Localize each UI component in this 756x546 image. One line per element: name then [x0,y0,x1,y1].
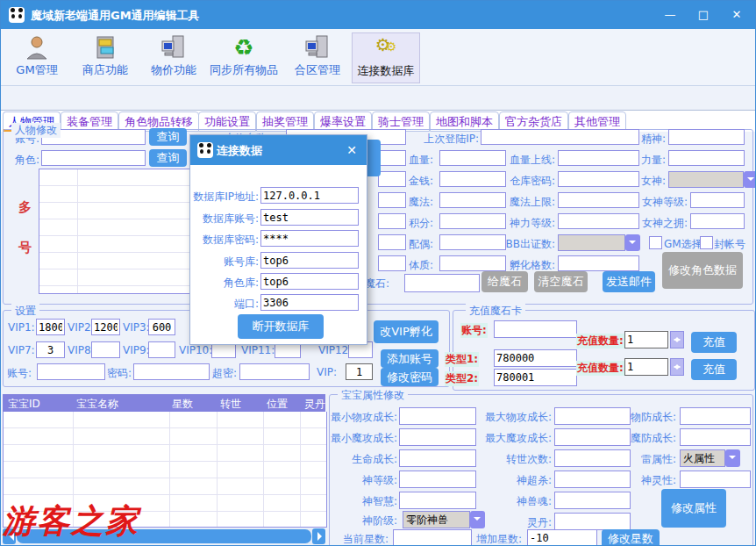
goddess-dropdown-arrow-icon[interactable] [744,171,756,188]
goddess-lv-input[interactable] [690,192,745,208]
account-query-button[interactable]: 查询 [149,128,187,146]
db-ip-input[interactable] [260,187,359,204]
set-account-input[interactable] [37,363,105,380]
mdef-input[interactable] [680,428,751,446]
give-stone-button[interactable]: 给魔石 [481,271,528,292]
god-wis-label: 神智慧: [324,494,397,509]
ban-account-checkbox[interactable] [700,236,713,249]
add-account-button[interactable]: 添加账号 [381,349,439,368]
qty1-spinner[interactable] [670,331,684,348]
disconnect-db-button[interactable]: 断开数据库 [238,314,324,339]
elixir-input[interactable] [554,513,631,530]
hatch-input[interactable] [558,255,639,271]
role-query-button[interactable]: 查询 [149,149,187,167]
qty1-input[interactable] [624,331,668,348]
scroll-left-icon[interactable] [3,528,16,544]
pet-table-body[interactable] [3,412,327,528]
change-password-button[interactable]: 修改密码 [381,368,439,386]
change-vip-hatch-button[interactable]: 改VIP孵化 [374,320,439,343]
power-input[interactable] [668,150,745,166]
god-lv-input[interactable] [399,471,476,488]
god-soul-input[interactable] [554,492,631,509]
sync-icon: ♻ [231,34,257,61]
minimize-icon[interactable]: — [659,6,681,24]
send-mail-button[interactable]: 发送邮件 [603,271,655,292]
scroll-right-icon[interactable] [312,528,325,544]
bb-dropdown-arrow-icon[interactable] [625,234,640,251]
modify-role-data-button[interactable]: 修改角色数据 [662,252,743,289]
recharge-button-2[interactable]: 充值 [691,359,737,380]
toolbar-gm-manage[interactable]: GM管理 [8,32,66,82]
add-star-input[interactable] [527,529,597,546]
goddess-select[interactable] [668,171,744,188]
hidden-field-sliver[interactable] [378,192,406,208]
multi-account-label2: 号 [18,240,32,256]
recharge-button-1[interactable]: 充值 [691,332,737,353]
vip1-input[interactable] [36,319,65,335]
recharge-account-input[interactable] [494,320,577,338]
vip3-input[interactable] [148,319,175,335]
role-db-input[interactable] [260,273,359,290]
account-db-input[interactable] [260,252,359,269]
god-rank-label: 神阶级: [324,514,397,528]
type2-input[interactable] [494,369,577,386]
thunder-attr-label: 雷属性: [606,452,676,467]
toolbar-merge[interactable]: 合区管理 [287,32,348,82]
god-wis-input[interactable] [399,492,476,509]
ban-account-label: 封帐号 [714,237,745,252]
type1-input[interactable] [494,349,577,367]
vip2-input[interactable] [91,319,120,335]
current-star-input[interactable] [393,529,472,546]
thunder-dropdown-arrow-icon[interactable] [725,449,740,467]
port-input[interactable] [260,294,359,311]
hidden-field-sliver[interactable] [378,255,406,271]
set-account-label: 账号: [7,366,32,381]
close-icon[interactable]: ✕ [725,6,748,24]
min-patk-input[interactable] [399,407,476,425]
qty2-input[interactable] [624,358,668,376]
last-ip-input[interactable] [481,129,639,145]
current-star-label: 当前星数: [343,532,389,546]
vip-level-input[interactable] [346,363,373,380]
life-grow-input[interactable] [399,449,476,467]
god-rank-select[interactable]: 零阶神兽 [403,511,470,528]
gears-icon: ⚙⚙ [373,35,399,61]
role-input[interactable] [41,150,146,166]
min-matk-input[interactable] [399,428,476,446]
vip8-input[interactable] [91,341,120,358]
vip7-input[interactable] [36,341,65,358]
pdef-input[interactable] [680,407,751,425]
app-logo-icon [9,7,25,23]
gm-select-checkbox[interactable] [649,236,662,249]
hidden-field-sliver[interactable] [378,234,406,250]
db-password-input[interactable] [260,230,359,247]
spirit-input[interactable] [668,129,745,145]
score-label: 积分: [409,216,433,231]
multi-account-list[interactable] [39,169,193,294]
dialog-close-icon[interactable]: ✕ [344,142,360,158]
scrollbar-thumb[interactable] [17,529,311,543]
modify-star-button[interactable]: 修改星数 [602,529,660,546]
bb-battle-select[interactable] [558,234,625,251]
toolbar-connect-db[interactable]: ⚙⚙ 连接数据库 [352,32,420,83]
pet-table-hscrollbar[interactable] [3,528,325,544]
toolbar-price[interactable]: 物价功能 [143,32,204,82]
goddess-hug-input[interactable] [690,213,745,229]
db-user-input[interactable] [260,209,359,226]
hidden-field-sliver[interactable] [378,171,406,187]
qty2-spinner[interactable] [670,358,684,376]
god-spirit-input[interactable] [680,471,751,488]
vip9-input[interactable] [148,341,175,358]
clear-stone-button[interactable]: 清空魔石 [534,271,588,292]
set-password-input[interactable] [133,363,210,380]
toolbar-shop[interactable]: 商店功能 [75,32,136,82]
toolbar-sync-all[interactable]: ♻ 同步所有物品 [206,32,282,82]
modify-attr-button[interactable]: 修改属性 [661,489,726,528]
hidden-field-sliver[interactable] [378,150,406,166]
stone-input[interactable] [404,274,480,292]
thunder-attr-select[interactable]: 火属性 [680,449,725,467]
hidden-field-sliver[interactable] [378,213,406,229]
goddess-hug-label: 女神之拥: [620,216,688,231]
maximize-icon[interactable]: □ [692,6,715,24]
super-pw-input[interactable] [239,363,310,380]
